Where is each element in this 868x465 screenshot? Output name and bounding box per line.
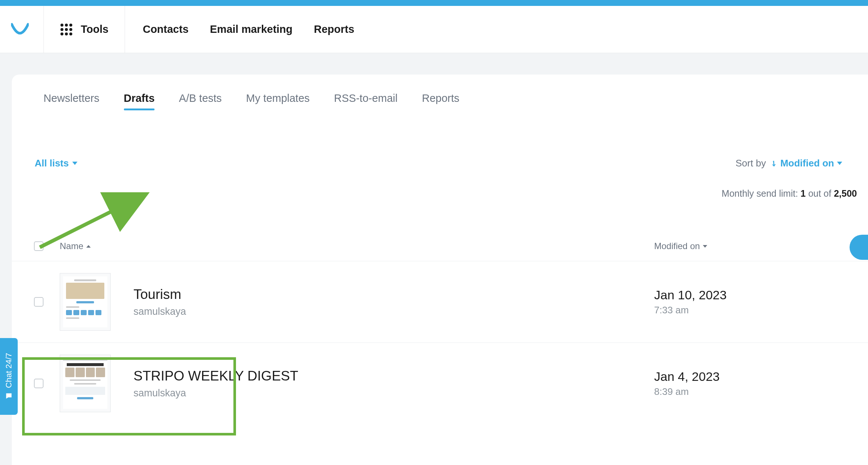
draft-author: samulskaya bbox=[133, 388, 654, 399]
tab-reports[interactable]: Reports bbox=[422, 92, 459, 110]
draft-thumbnail[interactable] bbox=[60, 273, 111, 331]
draft-date: Jan 10, 2023 7:33 am bbox=[654, 288, 868, 316]
svg-point-4 bbox=[65, 28, 68, 31]
draft-date-main: Jan 4, 2023 bbox=[654, 369, 868, 384]
draft-info: Tourism samulskaya bbox=[133, 287, 654, 317]
sort-direction-icon: ➘ bbox=[769, 158, 779, 169]
draft-title[interactable]: Tourism bbox=[133, 287, 654, 302]
draft-title[interactable]: STRIPO WEEKLY DIGEST bbox=[133, 368, 654, 384]
column-name[interactable]: Name bbox=[60, 241, 654, 251]
apps-grid-icon bbox=[60, 23, 73, 36]
send-limit-text: Monthly send limit: 1 out of 2,500 bbox=[12, 169, 868, 199]
svg-point-8 bbox=[69, 32, 72, 35]
tab-newsletters[interactable]: Newsletters bbox=[44, 92, 100, 110]
limit-prefix: Monthly send limit: bbox=[722, 188, 798, 199]
svg-point-6 bbox=[60, 32, 63, 35]
logo-wrap bbox=[11, 6, 44, 53]
column-modified-label: Modified on bbox=[654, 241, 700, 251]
tools-menu[interactable]: Tools bbox=[44, 6, 125, 53]
filter-all-lists-label: All lists bbox=[35, 158, 69, 169]
select-all-checkbox[interactable] bbox=[34, 241, 44, 251]
svg-point-5 bbox=[69, 28, 72, 31]
svg-point-7 bbox=[65, 32, 68, 35]
top-accent-bar bbox=[0, 0, 868, 6]
caret-down-icon bbox=[837, 162, 842, 165]
nav-contacts[interactable]: Contacts bbox=[143, 23, 188, 35]
chat-bubble-icon bbox=[5, 392, 13, 400]
nav-email-marketing[interactable]: Email marketing bbox=[210, 23, 292, 35]
sort-asc-icon bbox=[86, 245, 91, 248]
section-tabs: Newsletters Drafts A/B tests My template… bbox=[12, 92, 868, 110]
draft-date-main: Jan 10, 2023 bbox=[654, 288, 868, 302]
row-checkbox-wrap bbox=[34, 379, 60, 388]
column-name-label: Name bbox=[60, 241, 83, 251]
envelope-logo-icon[interactable] bbox=[11, 23, 29, 36]
limit-of: out of bbox=[808, 188, 831, 199]
row-checkbox[interactable] bbox=[34, 379, 44, 388]
draft-row[interactable]: STRIPO WEEKLY DIGEST samulskaya Jan 4, 2… bbox=[12, 342, 868, 424]
sort-desc-icon bbox=[703, 245, 707, 248]
svg-point-3 bbox=[60, 28, 63, 31]
nav-reports[interactable]: Reports bbox=[314, 23, 354, 35]
limit-total: 2,500 bbox=[834, 188, 857, 199]
main-header: Tools Contacts Email marketing Reports bbox=[0, 6, 868, 53]
tab-rss-to-email[interactable]: RSS-to-email bbox=[334, 92, 397, 110]
chat-label: Chat 24/7 bbox=[4, 353, 14, 388]
tab-ab-tests[interactable]: A/B tests bbox=[179, 92, 222, 110]
sort-control: Sort by ➘ Modified on bbox=[736, 158, 868, 169]
limit-current: 1 bbox=[801, 188, 806, 199]
caret-down-icon bbox=[72, 162, 77, 165]
tab-drafts[interactable]: Drafts bbox=[124, 92, 155, 110]
column-modified[interactable]: Modified on bbox=[654, 241, 868, 251]
chat-tab[interactable]: Chat 24/7 bbox=[0, 338, 18, 415]
row-checkbox-wrap bbox=[34, 297, 60, 307]
tools-label: Tools bbox=[81, 23, 108, 35]
filter-all-lists[interactable]: All lists bbox=[35, 158, 77, 169]
svg-point-2 bbox=[69, 24, 72, 27]
sort-value-dropdown[interactable]: ➘ Modified on bbox=[771, 158, 842, 169]
draft-info: STRIPO WEEKLY DIGEST samulskaya bbox=[133, 368, 654, 399]
filter-row: All lists Sort by ➘ Modified on bbox=[12, 110, 868, 169]
draft-date-time: 8:39 am bbox=[654, 386, 868, 397]
draft-author: samulskaya bbox=[133, 306, 654, 317]
table-header: Name Modified on bbox=[12, 199, 868, 261]
sort-value-text: Modified on bbox=[780, 158, 834, 169]
column-checkbox bbox=[34, 241, 60, 251]
draft-date-time: 7:33 am bbox=[654, 304, 868, 316]
sort-by-label: Sort by bbox=[736, 158, 766, 169]
draft-row[interactable]: Tourism samulskaya Jan 10, 2023 7:33 am bbox=[12, 261, 868, 342]
tab-my-templates[interactable]: My templates bbox=[246, 92, 309, 110]
row-checkbox[interactable] bbox=[34, 297, 44, 307]
svg-point-1 bbox=[65, 24, 68, 27]
draft-thumbnail[interactable] bbox=[60, 355, 111, 412]
draft-date: Jan 4, 2023 8:39 am bbox=[654, 369, 868, 397]
content-card: Newsletters Drafts A/B tests My template… bbox=[12, 75, 868, 465]
primary-nav: Contacts Email marketing Reports bbox=[125, 23, 354, 35]
svg-point-0 bbox=[60, 24, 63, 27]
